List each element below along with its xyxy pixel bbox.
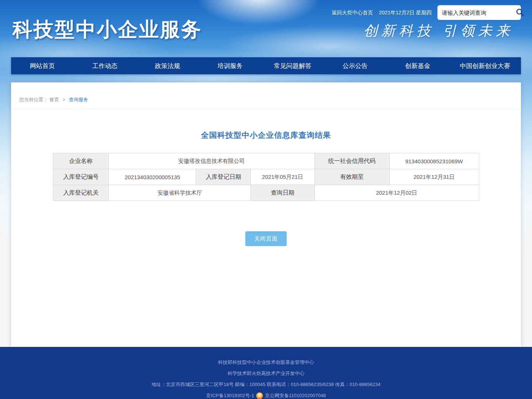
site-header: 科技型中小企业服务 创新科技 引领未来 返回火炬中心首页 2021年12月2日 … <box>11 0 521 57</box>
search-input[interactable] <box>442 10 515 16</box>
registration-number-label: 入库登记编号 <box>53 169 109 185</box>
nav-item-innovation-fund[interactable]: 创新基金 <box>386 57 449 74</box>
credit-code-value: 91340300085231069W <box>389 153 479 169</box>
table-row: 入库登记编号 202134030200005135 入库登记日期 2021年05… <box>53 169 479 185</box>
site-slogan: 创新科技 引领未来 <box>364 21 514 40</box>
query-date-value: 2021年12月02日 <box>314 185 479 201</box>
valid-until-value: 2021年12月31日 <box>389 169 479 185</box>
nav-item-announcements[interactable]: 公示公告 <box>324 57 386 74</box>
search-box <box>437 5 521 20</box>
nav-item-policies[interactable]: 政策法规 <box>136 57 199 74</box>
close-page-button[interactable]: 关闭页面 <box>245 231 287 246</box>
valid-until-label: 有效期至 <box>314 169 389 185</box>
magnifier-icon <box>515 8 524 18</box>
query-date-label: 查询日期 <box>251 185 314 201</box>
breadcrumb-separator: > <box>62 97 65 102</box>
nav-item-work-news[interactable]: 工作动态 <box>74 57 136 74</box>
footer-icp-line: 京ICP备13019302号-1 京公网安备11010202007048 <box>0 390 532 399</box>
content-panel: 您当前位置： 首页 > 查询服务 全国科技型中小企业信息库查询结果 企业名称 安… <box>11 82 521 347</box>
footer-org-line-1: 科技部科技型中小企业技术创新基金管理中心 <box>0 357 532 368</box>
security-record-link[interactable]: 京公网安备11010202007048 <box>265 392 326 399</box>
company-name-value: 安徽塔孜信息技术有限公司 <box>109 153 314 169</box>
icp-link[interactable]: 京ICP备13019302号-1 <box>206 392 254 399</box>
breadcrumb-current-link[interactable]: 查询服务 <box>69 97 88 102</box>
registration-date-value: 2021年05月21日 <box>251 169 314 185</box>
registration-date-label: 入库登记日期 <box>196 169 251 185</box>
nav-item-home[interactable]: 网站首页 <box>11 57 74 74</box>
nav-item-innovation-competition[interactable]: 中国创新创业大赛 <box>449 57 521 74</box>
close-button-wrapper: 关闭页面 <box>11 231 521 246</box>
result-title: 全国科技型中小企业信息库查询结果 <box>11 130 521 140</box>
nav-item-faq[interactable]: 常见问题解答 <box>261 57 324 74</box>
top-bar: 返回火炬中心首页 2021年12月2日 星期四 <box>332 5 521 20</box>
main-nav: 网站首页 工作动态 政策法规 培训服务 常见问题解答 公示公告 创新基金 中国创… <box>11 57 521 74</box>
registration-agency-label: 入库登记机关 <box>53 185 109 201</box>
footer-org-line-2: 科学技术部火炬高技术产业开发中心 <box>0 368 532 379</box>
search-button[interactable] <box>515 7 524 18</box>
site-footer: 科技部科技型中小企业技术创新基金管理中心 科学技术部火炬高技术产业开发中心 地址… <box>0 347 532 399</box>
breadcrumb-home-link[interactable]: 首页 <box>50 97 59 102</box>
table-row: 企业名称 安徽塔孜信息技术有限公司 统一社会信用代码 9134030008523… <box>53 153 479 169</box>
table-row: 入库登记机关 安徽省科学技术厅 查询日期 2021年12月02日 <box>53 185 479 201</box>
current-date: 2021年12月2日 星期四 <box>379 5 432 20</box>
breadcrumb: 您当前位置： 首页 > 查询服务 <box>11 82 521 109</box>
header-panel-gap <box>11 74 521 82</box>
nav-item-training[interactable]: 培训服务 <box>199 57 261 74</box>
registration-number-value: 202134030200005135 <box>109 169 196 185</box>
police-badge-icon <box>256 392 263 399</box>
back-to-torch-center-link[interactable]: 返回火炬中心首页 <box>332 5 373 20</box>
page-wrapper: 科技型中小企业服务 创新科技 引领未来 返回火炬中心首页 2021年12月2日 … <box>11 0 521 347</box>
footer-address-line: 地址：北京市西城区三里河二区甲18号 邮编：100045 联系电话：010-88… <box>0 379 532 390</box>
registration-agency-value: 安徽省科学技术厅 <box>109 185 251 201</box>
company-name-label: 企业名称 <box>53 153 109 169</box>
credit-code-label: 统一社会信用代码 <box>314 153 389 169</box>
site-logo: 科技型中小企业服务 <box>13 16 202 43</box>
company-info-table: 企业名称 安徽塔孜信息技术有限公司 统一社会信用代码 9134030008523… <box>53 153 479 201</box>
breadcrumb-prefix: 您当前位置： <box>19 97 48 102</box>
